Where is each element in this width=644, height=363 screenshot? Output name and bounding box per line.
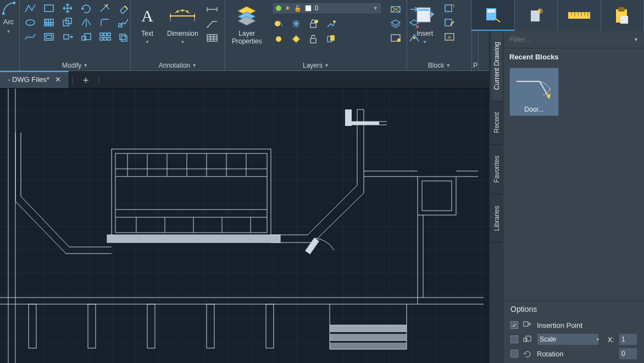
layer-match-icon[interactable] [325,18,338,30]
svg-rect-18 [108,37,110,40]
layer-off-icon[interactable] [272,18,285,30]
block-thumb-door[interactable]: Door... [509,68,559,116]
svg-rect-99 [330,334,407,340]
svg-point-35 [293,36,299,42]
layer-unlock-icon[interactable] [307,33,320,45]
explode-icon[interactable] [116,16,131,29]
svg-rect-62 [115,153,267,233]
panel-title-modify[interactable]: Modify ▼ [23,60,127,70]
svg-rect-100 [330,343,407,349]
side-tab-favorites[interactable]: Favorites [491,145,502,194]
palette-side-tabs: Current Drawing Recent Favorites Librari… [490,31,504,363]
side-tab-recent[interactable]: Recent [491,101,502,145]
copy-icon[interactable] [60,16,75,29]
layer-thaw-icon[interactable] [290,33,303,45]
svg-point-28 [207,26,208,28]
layer-color-swatch [305,5,312,12]
linear-dim-icon[interactable] [205,3,219,15]
panel-title-layers[interactable]: Layers ▼ [229,60,403,70]
layer-combo[interactable]: ☀ 🔓 0 ▼ [272,2,382,14]
leader-icon[interactable] [205,18,219,30]
move-icon[interactable] [60,2,75,14]
table-icon[interactable] [205,32,219,44]
rotate-icon[interactable] [79,2,93,14]
insertion-point-checkbox[interactable] [510,321,518,329]
dimension-button[interactable]: Dimension▼ [164,2,202,46]
layer-merge-icon[interactable] [388,18,403,30]
ellipse-icon[interactable] [23,16,37,29]
palette-tab-blocks[interactable] [471,0,515,31]
side-tab-libraries[interactable]: Libraries [491,195,502,243]
scale-select[interactable]: Scale [537,333,599,345]
edit-block-icon[interactable] [442,16,457,29]
text-button[interactable]: A Text▼ [134,2,160,46]
layer-properties-button[interactable]: Layer Properties [229,2,265,45]
panel-title-p: P [473,62,478,69]
region-icon[interactable] [42,31,56,43]
side-tab-current[interactable]: Current Drawing [491,31,502,101]
arc-icon[interactable] [2,2,16,14]
svg-rect-96 [207,304,214,348]
offset-icon[interactable] [116,31,131,43]
insertion-point-icon [523,321,532,329]
svg-rect-14 [104,33,107,36]
recent-blocks-heading: Recent Blocks [504,48,644,64]
chevron-down-icon[interactable]: ▼ [7,29,11,34]
panel-title-annotation[interactable]: Annotation ▼ [134,60,221,70]
chevron-down-icon: ▼ [324,63,329,68]
polyline-icon[interactable] [23,2,37,14]
close-icon[interactable]: ✕ [55,75,61,84]
svg-rect-36 [310,38,316,43]
scale-icon[interactable] [79,31,93,43]
scale-checkbox[interactable] [510,336,518,343]
panel-layers: Layer Properties ☀ 🔓 0 ▼ [225,0,407,70]
layer-state-icon[interactable] [388,32,403,44]
rotation-icon [523,350,532,358]
dimension-icon [167,3,198,28]
insert-button[interactable]: Insert▼ [410,2,439,46]
create-block-icon[interactable] [442,2,457,14]
chevron-down-icon: ▼ [446,63,451,68]
svg-point-33 [333,20,335,23]
stretch-icon[interactable] [60,31,75,43]
svg-rect-56 [620,16,628,24]
layer-iso-icon[interactable] [325,33,338,45]
scale-x-input[interactable] [619,333,637,345]
option-rotation: Rotation [510,346,637,361]
hatch-icon[interactable] [42,16,56,29]
rotation-input[interactable] [619,348,637,360]
file-tab[interactable]: - DWG Files* ✕ [0,71,69,88]
tab-separator: | [69,71,76,88]
layer-freeze2-icon[interactable] [290,18,303,30]
layer-iso2-icon[interactable] [388,3,403,15]
svg-rect-17 [104,37,107,40]
rotation-checkbox[interactable] [510,350,518,358]
new-tab-button[interactable]: ＋ [76,71,96,88]
mirror-icon[interactable] [79,16,93,29]
layer-name: 0 [315,4,370,12]
attribute-icon[interactable]: A [442,31,457,43]
fillet-icon[interactable] [98,16,112,29]
svg-rect-94 [88,304,96,348]
svg-line-108 [540,81,547,95]
layer-on2-icon[interactable] [272,33,285,45]
palette-options: Options Insertion Point Scale ▼ X: [504,301,644,363]
spline-icon[interactable] [23,31,37,43]
palette-tab-measure[interactable] [558,0,601,31]
palette-body: ▼ Recent Blocks Door... Options [504,31,644,363]
array-icon[interactable] [98,31,112,43]
erase-icon[interactable] [116,2,131,14]
blocks-palette: Current Drawing Recent Favorites Librari… [489,31,644,363]
panel-title-block[interactable]: Block ▼ [410,60,468,70]
layer-freeze-icon: ☀ [285,4,291,12]
trim-icon[interactable] [98,2,112,14]
layers-stack-icon [235,3,259,28]
palette-tab-paste[interactable] [601,0,645,31]
svg-rect-55 [618,7,625,12]
palette-tab-new[interactable] [515,0,558,31]
svg-rect-97 [266,304,274,348]
filter-input[interactable] [509,35,631,43]
layer-lock2-icon[interactable] [307,18,320,30]
rect-icon[interactable] [42,2,56,14]
chevron-down-icon[interactable]: ▼ [634,37,639,42]
